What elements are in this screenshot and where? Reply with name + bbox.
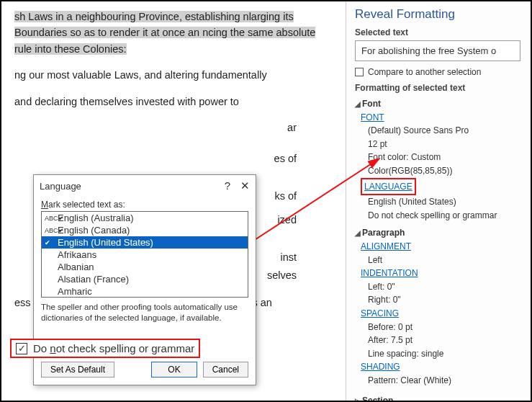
spacing-line: Line spacing: single — [368, 347, 522, 361]
cancel-button[interactable]: Cancel — [203, 362, 248, 378]
indentation-link[interactable]: INDENTATION — [361, 267, 418, 280]
formatting-tree: ◢Font FONT (Default) Source Sans Pro 12 … — [355, 97, 522, 402]
pane-title: Reveal Formatting — [355, 7, 522, 22]
close-icon[interactable]: ✕ — [240, 179, 250, 192]
list-item[interactable]: Alsatian (France) — [42, 273, 248, 285]
font-default: (Default) Source Sans Pro — [368, 124, 522, 138]
compare-checkbox[interactable] — [355, 68, 364, 76]
paragraph-group[interactable]: ◢Paragraph — [355, 226, 522, 240]
reveal-formatting-pane: Reveal Formatting Selected text For abol… — [346, 1, 529, 402]
dialog-note: The speller and other proofing tools aut… — [41, 302, 248, 323]
language-value: English (United States) — [368, 195, 522, 209]
alignment-value: Left — [368, 254, 522, 267]
language-listbox[interactable]: ABC✔English (Australia) ABC✔English (Can… — [41, 211, 248, 298]
shading-value: Pattern: Clear (White) — [368, 374, 522, 388]
font-link[interactable]: FONT — [361, 111, 384, 125]
selected-text-label: Selected text — [355, 27, 522, 37]
shading-link[interactable]: SHADING — [361, 360, 400, 374]
dialog-titlebar: Language ? ✕ — [34, 175, 256, 197]
list-item[interactable]: Amharic — [42, 285, 248, 298]
do-not-check-label: Do not check spelling or grammar — [33, 342, 194, 354]
spacing-after: After: 7.5 pt — [368, 334, 522, 347]
spacing-link[interactable]: SPACING — [361, 307, 399, 321]
mark-text-label: Mark selected text as: — [41, 200, 248, 210]
language-link[interactable]: LANGUAGE — [364, 180, 412, 194]
font-size: 12 pt — [368, 138, 522, 151]
alignment-link[interactable]: ALIGNMENT — [361, 240, 411, 254]
formatting-label: Formatting of selected text — [355, 83, 522, 93]
language-note: Do not check spelling or grammar — [368, 209, 522, 223]
list-item[interactable]: ABC✔English (Canada) — [42, 224, 248, 236]
doc-frag-a: ar — [14, 120, 297, 135]
selected-text-value[interactable]: For abolishing the free System o — [355, 40, 520, 61]
indent-right: Right: 0" — [368, 293, 522, 307]
ok-button[interactable]: OK — [151, 362, 197, 378]
dialog-title: Language — [40, 181, 81, 192]
doc-para-2: ng our most valuable Laws, and altering … — [14, 67, 333, 83]
doc-para-3: and declaring themselves invested with p… — [14, 94, 333, 110]
help-icon[interactable]: ? — [225, 179, 230, 192]
list-item[interactable]: Afrikaans — [42, 249, 248, 261]
do-not-check-checkbox[interactable]: ✓ — [16, 343, 27, 354]
indent-left: Left: 0" — [368, 280, 522, 294]
doc-para-1: sh Laws in a neighbouring Province, esta… — [14, 9, 333, 57]
compare-label: Compare to another selection — [368, 67, 481, 77]
spacing-before: Before: 0 pt — [368, 321, 522, 334]
list-item[interactable]: ABC✔English (Australia) — [42, 212, 248, 224]
section-group[interactable]: ▷Section — [355, 394, 522, 402]
compare-checkbox-row[interactable]: Compare to another selection — [355, 67, 522, 77]
doc-frag-b: es of — [14, 151, 297, 166]
list-item-selected[interactable]: ✔English (United States) — [42, 236, 248, 249]
set-default-button[interactable]: Set As Default — [41, 362, 114, 378]
do-not-check-highlight[interactable]: ✓ Do not check spelling or grammar — [10, 339, 200, 358]
list-item[interactable]: Albanian — [42, 261, 248, 273]
font-group[interactable]: ◢Font — [355, 97, 522, 111]
font-color: Font color: Custom Color(RGB(85,85,85)) — [368, 151, 522, 177]
